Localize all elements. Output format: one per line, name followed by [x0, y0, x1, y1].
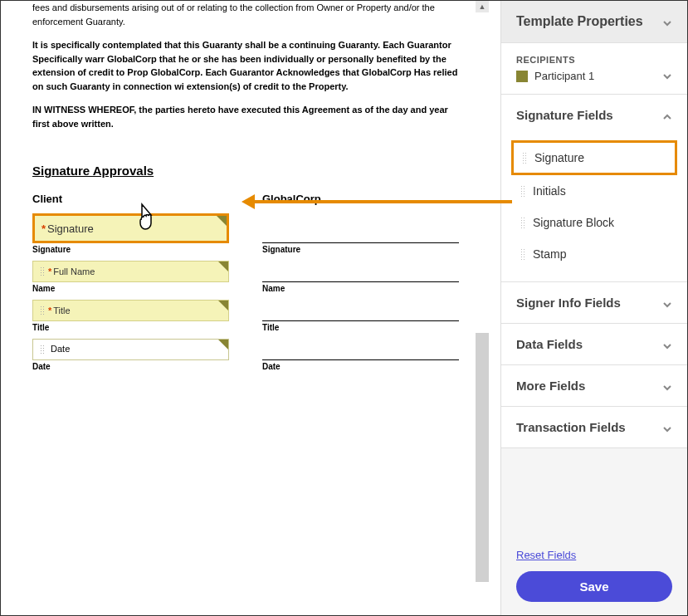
participant-color-swatch [516, 71, 528, 82]
field-caption: Signature [32, 245, 229, 254]
field-corner-icon [218, 301, 228, 310]
placed-title-field[interactable]: * Title [32, 300, 229, 321]
field-item-label: Signature Block [533, 216, 614, 229]
required-star-icon: * [41, 222, 46, 235]
more-fields-section: More Fields [501, 365, 687, 407]
transaction-fields-header[interactable]: Transaction Fields [501, 407, 687, 447]
field-item-label: Stamp [533, 247, 566, 261]
chevron-down-icon [662, 298, 672, 308]
field-caption: Name [32, 284, 229, 293]
data-fields-header[interactable]: Data Fields [501, 324, 687, 364]
chevron-down-icon [662, 340, 672, 350]
required-star-icon: * [48, 266, 51, 276]
section-label: More Fields [516, 379, 585, 393]
drag-handle-icon [40, 345, 45, 354]
more-fields-header[interactable]: More Fields [501, 365, 687, 406]
field-corner-icon [218, 340, 228, 350]
field-item-label: Signature [534, 151, 584, 164]
placed-date-field[interactable]: Date [32, 339, 229, 360]
recipients-section: RECIPIENTS Participant 1 [501, 43, 687, 95]
section-label: Data Fields [516, 337, 583, 351]
properties-sidebar: Template Properties RECIPIENTS Participa… [500, 1, 687, 616]
globalcorp-column: GlobalCorp Signature Name Title Date [262, 193, 459, 378]
globalcorp-header: GlobalCorp [262, 193, 459, 205]
doc-paragraph: IN WITNESS WHEREOF, the parties hereto h… [32, 103, 459, 130]
chevron-down-icon [662, 381, 672, 391]
field-caption: Title [32, 323, 229, 332]
field-item-signature[interactable]: Signature [511, 140, 677, 175]
section-label: Signer Info Fields [516, 296, 621, 310]
chevron-down-icon [662, 17, 672, 27]
recipients-label: RECIPIENTS [516, 55, 672, 65]
client-column: Client * Signature Signature * Full Name… [32, 193, 229, 378]
drag-handle-icon [40, 306, 45, 315]
field-caption: Signature [262, 245, 459, 254]
client-header: Client [32, 193, 229, 205]
field-caption: Date [32, 362, 229, 371]
signer-info-fields-section: Signer Info Fields [501, 282, 687, 324]
placed-field-label: Title [53, 306, 70, 315]
signature-fields-section: Signature Fields Signature Initials Sign… [501, 95, 687, 282]
empty-name-line[interactable] [262, 261, 459, 282]
field-corner-icon [218, 262, 228, 271]
document-canvas: fees and disbursements arising out of or… [1, 1, 490, 616]
participant-selector[interactable]: Participant 1 [516, 70, 672, 82]
field-caption: Title [262, 323, 459, 332]
save-button[interactable]: Save [516, 571, 672, 602]
drag-handle-icon [520, 248, 526, 260]
empty-title-line[interactable] [262, 300, 459, 321]
chevron-up-icon [662, 110, 672, 120]
empty-date-line[interactable] [262, 339, 459, 360]
drag-handle-icon [520, 217, 526, 228]
field-caption: Name [262, 284, 459, 293]
placed-field-label: Signature [47, 222, 94, 235]
reset-fields-link[interactable]: Reset Fields [516, 549, 576, 561]
field-item-signature-block[interactable]: Signature Block [511, 207, 677, 238]
field-item-label: Initials [533, 184, 566, 198]
scroll-up-button[interactable]: ▲ [476, 1, 489, 12]
field-item-initials[interactable]: Initials [511, 175, 677, 207]
template-properties-header[interactable]: Template Properties [501, 1, 687, 43]
empty-signature-line[interactable] [262, 213, 459, 243]
doc-paragraph: It is specifically contemplated that thi… [32, 38, 459, 93]
placed-field-label: Full Name [53, 266, 95, 276]
signature-fields-header[interactable]: Signature Fields [501, 95, 687, 135]
field-item-stamp[interactable]: Stamp [511, 238, 677, 270]
required-star-icon: * [48, 306, 51, 315]
field-corner-icon [217, 216, 227, 226]
drag-handle-icon [520, 185, 526, 197]
section-title: Signature Approvals [32, 164, 459, 178]
signer-info-fields-header[interactable]: Signer Info Fields [501, 282, 687, 323]
scrollbar-track[interactable] [476, 333, 489, 582]
participant-name: Participant 1 [534, 70, 656, 82]
panel-title: Template Properties [516, 14, 643, 29]
chevron-down-icon [662, 71, 672, 81]
section-label: Signature Fields [516, 108, 613, 122]
drag-handle-icon [40, 266, 45, 276]
placed-field-label: Date [51, 344, 70, 354]
data-fields-section: Data Fields [501, 324, 687, 365]
placed-fullname-field[interactable]: * Full Name [32, 261, 229, 282]
placed-signature-field[interactable]: * Signature [32, 213, 229, 243]
chevron-down-icon [662, 423, 672, 433]
field-caption: Date [262, 362, 459, 371]
section-label: Transaction Fields [516, 420, 626, 434]
drag-handle-icon [522, 152, 528, 164]
transaction-fields-section: Transaction Fields [501, 407, 687, 448]
doc-paragraph: fees and disbursements arising out of or… [32, 1, 459, 28]
